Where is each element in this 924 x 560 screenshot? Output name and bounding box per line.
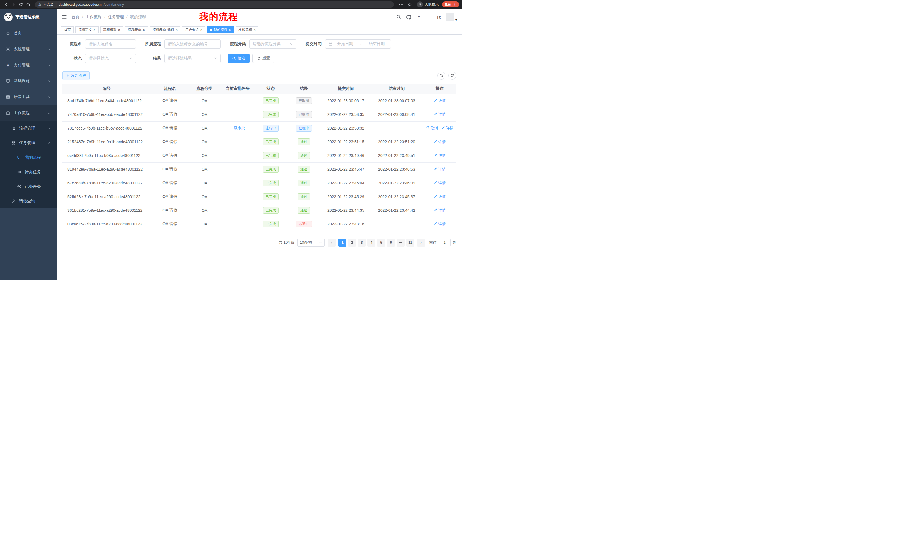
breadcrumb-current: 我的流程 — [130, 15, 146, 20]
detail-button[interactable]: 详情 — [441, 126, 453, 131]
tab-5[interactable]: 用户分组× — [182, 26, 205, 33]
tab-close-icon[interactable]: × — [176, 28, 178, 32]
column-header-category: 流程分类 — [189, 84, 220, 94]
result-tag: 处理中 — [296, 125, 312, 132]
search-icon[interactable] — [396, 15, 401, 19]
cell-category: OA — [189, 176, 220, 190]
page-more-button[interactable]: ••• — [397, 239, 405, 247]
result-tag: 通过 — [297, 166, 310, 173]
breadcrumb-workflow[interactable]: 工作流程 — [86, 15, 108, 20]
user-menu[interactable]: ▾ — [446, 13, 457, 21]
page-size-select[interactable]: 10条/页 — [297, 239, 325, 247]
tab-close-icon[interactable]: × — [254, 28, 256, 32]
next-page-button[interactable]: › — [417, 239, 425, 247]
chevron-down-icon — [319, 241, 322, 244]
tab-4[interactable]: 流程表单-编辑× — [150, 26, 181, 33]
sidebar-item-done-tasks[interactable]: 已办任务 — [0, 179, 57, 194]
sidebar-item-my-process[interactable]: 我的流程 — [0, 150, 57, 165]
tab-close-icon[interactable]: × — [229, 28, 231, 32]
sidebar-item-task-management[interactable]: 任务管理 — [0, 136, 57, 150]
page-button-2[interactable]: 2 — [348, 239, 356, 247]
sidebar-item-system[interactable]: 系统管理 — [0, 41, 57, 57]
process-name-input[interactable] — [85, 39, 136, 48]
detail-button[interactable]: 详情 — [434, 167, 446, 172]
page-button-1[interactable]: 1 — [338, 239, 346, 247]
date-range-picker[interactable]: 开始日期 - 结束日期 — [325, 39, 391, 48]
cell-process-id: 67c2eaab-7b9a-11ec-a290-acde48001122 — [62, 176, 151, 190]
browser-update-button[interactable]: 更新 ⋮ — [442, 1, 459, 7]
logo[interactable]: 芋道管理系统 — [0, 9, 57, 25]
result-select[interactable]: 请选择流结果 — [165, 54, 221, 63]
tab-1[interactable]: 流程定义× — [75, 26, 99, 33]
security-label[interactable]: 不安全 — [44, 2, 54, 7]
cell-current-task — [220, 217, 255, 231]
search-toggle-button[interactable] — [438, 72, 446, 79]
detail-button[interactable]: 详情 — [434, 222, 446, 227]
tab-2[interactable]: 流程模型× — [100, 26, 123, 33]
sidebar-item-workflow[interactable]: 工作流程 — [0, 105, 57, 121]
goto-page-input[interactable] — [439, 239, 451, 246]
end-date-placeholder[interactable]: 结束日期 — [366, 41, 387, 46]
cancel-button[interactable]: 取消 — [426, 126, 438, 131]
tab-close-icon[interactable]: × — [200, 28, 202, 32]
process-definition-input[interactable] — [165, 39, 221, 48]
tab-close-icon[interactable]: × — [118, 28, 120, 32]
detail-button[interactable]: 详情 — [434, 112, 446, 117]
tab-3[interactable]: 流程表单× — [125, 26, 148, 33]
font-size-icon[interactable]: Tt — [436, 15, 441, 19]
address-bar[interactable]: ⚠ 不安全 | dashboard.yudao.iocoder.cn/bpm/t… — [35, 1, 394, 8]
detail-button[interactable]: 详情 — [434, 139, 446, 144]
page-button-3[interactable]: 3 — [358, 239, 366, 247]
sidebar-item-process-management[interactable]: 流程管理 — [0, 121, 57, 136]
tab-7[interactable]: 发起流程× — [236, 26, 259, 33]
status-select[interactable]: 请选择状态 — [85, 54, 136, 63]
start-date-placeholder[interactable]: 开始日期 — [334, 41, 356, 46]
detail-button[interactable]: 详情 — [434, 98, 446, 103]
tab-0[interactable]: 首页 — [61, 26, 74, 33]
sidebar-item-devtools[interactable]: 研发工具 — [0, 89, 57, 105]
cell-process-id: 03c6c157-7b9a-11ec-a290-acde48001122 — [62, 217, 151, 231]
reset-button[interactable]: 重置 — [252, 54, 274, 63]
current-task-link[interactable]: 一级审批 — [230, 126, 245, 131]
sidebar-item-home[interactable]: 首页 — [0, 25, 57, 41]
detail-button[interactable]: 详情 — [434, 194, 446, 199]
browser-forward-icon[interactable] — [10, 1, 16, 8]
tab-close-icon[interactable]: × — [93, 28, 96, 32]
tab-close-icon[interactable]: × — [143, 28, 145, 32]
chevron-down-icon — [48, 127, 51, 130]
browser-reload-icon[interactable] — [18, 1, 24, 8]
refresh-table-button[interactable] — [448, 72, 456, 79]
search-button[interactable]: 搜索 — [228, 54, 249, 63]
detail-button[interactable]: 详情 — [434, 180, 446, 186]
browser-back-icon[interactable] — [3, 1, 9, 8]
github-icon[interactable] — [406, 15, 411, 20]
sidebar-item-infrastructure[interactable]: 基础设施 — [0, 73, 57, 89]
cell-process-id: 52ffd28e-7b9a-11ec-a290-acde48001122 — [62, 190, 151, 204]
cell-current-task — [220, 190, 255, 204]
page-button-4[interactable]: 4 — [368, 239, 375, 247]
sidebar-item-payment[interactable]: ¥ 支付管理 — [0, 57, 57, 73]
detail-button[interactable]: 详情 — [434, 153, 446, 158]
sidebar-item-leave-query[interactable]: 请假查询 — [0, 194, 57, 208]
tab-6[interactable]: 我的流程× — [207, 26, 234, 33]
sidebar-item-todo-tasks[interactable]: 待办任务 — [0, 165, 57, 179]
browser-menu-icon[interactable]: ⋮ — [453, 2, 457, 7]
filter-status: 状态 请选择状态 — [66, 54, 136, 63]
browser-home-icon[interactable] — [25, 1, 32, 8]
breadcrumb-task-management[interactable]: 任务管理 — [108, 15, 130, 20]
help-icon[interactable]: ? — [417, 15, 422, 19]
hamburger-icon[interactable] — [62, 15, 67, 20]
goto-unit: 页 — [453, 240, 456, 245]
detail-button[interactable]: 详情 — [434, 208, 446, 213]
avatar[interactable] — [446, 13, 454, 21]
fullscreen-icon[interactable] — [427, 15, 432, 19]
page-button-6[interactable]: 6 — [387, 239, 395, 247]
category-select[interactable]: 请选择流程分类 — [249, 39, 296, 48]
breadcrumb-home[interactable]: 首页 — [71, 15, 86, 20]
page-button-11[interactable]: 11 — [406, 239, 414, 247]
password-key-icon[interactable] — [399, 2, 404, 7]
create-process-button[interactable]: 发起流程 — [62, 71, 90, 80]
page-button-5[interactable]: 5 — [377, 239, 385, 247]
bookmark-star-icon[interactable] — [408, 2, 412, 7]
prev-page-button[interactable]: ‹ — [327, 239, 336, 247]
